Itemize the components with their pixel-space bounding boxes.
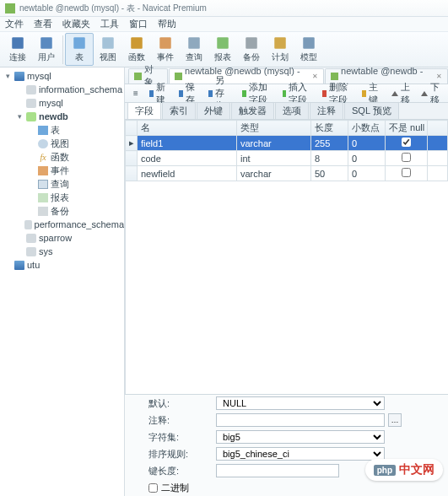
blue-icon [179,90,183,97]
svg-rect-10 [303,37,315,49]
toolbar-label: 备份 [243,51,260,63]
tree-node-performance_schema[interactable]: performance_schema [0,218,124,231]
table-row[interactable]: ▸ field1 varchar 255 0 [126,136,448,151]
cell-name[interactable]: field1 [138,136,237,151]
toolbar-table-icon[interactable]: 表 [65,33,94,66]
schedule-icon [273,35,288,51]
connection-tree[interactable]: ▾mysqlinformation_schemamysql▾newdb表视图fx… [0,67,125,496]
subtab-字段[interactable]: 字段 [127,102,161,119]
toolbar-plug-icon[interactable]: 连接 [3,33,32,66]
table-row[interactable]: code int 8 0 [126,151,448,166]
row-handle[interactable] [126,166,138,181]
prop-comment-input[interactable] [216,413,385,427]
menu-工具[interactable]: 工具 [100,18,119,30]
rp-icon [38,193,48,202]
tree-label: 表 [51,124,60,137]
table-row[interactable]: newfield varchar 50 0 [126,166,448,181]
svg-rect-5 [159,37,171,49]
watermark: php 中文网 [365,459,443,481]
toolbar-fn-icon[interactable]: 函数 [122,33,151,66]
col-type[interactable]: 类型 [237,121,311,136]
notnull-checkbox[interactable] [402,153,411,162]
tree-node-报表[interactable]: 报表 [0,191,124,204]
cell-name[interactable]: newfield [138,166,237,181]
prop-charset-select[interactable]: big5 [216,430,385,444]
fields-grid[interactable]: 名 类型 长度 小数点 不是 null ▸ field1 varchar 255… [125,120,448,394]
col-notnull[interactable]: 不是 null [386,121,428,136]
subtab-SQL 预览[interactable]: SQL 预览 [344,102,399,119]
cell-notnull[interactable] [386,151,428,166]
tree-node-sys[interactable]: sys [0,245,124,258]
col-name[interactable]: 名 [138,121,237,136]
cell-type[interactable]: varchar [237,166,311,181]
designer-subtabs: 字段索引外键触发器选项注释SQL 预览 [125,103,448,120]
col-decimals[interactable]: 小数点 [348,121,386,136]
cell-type[interactable]: int [237,151,311,166]
toolbar-event-icon[interactable]: 事件 [151,33,180,66]
db-icon [26,112,36,121]
cell-notnull[interactable] [386,166,428,181]
row-handle[interactable] [126,151,138,166]
tree-node-utu[interactable]: utu [0,258,124,272]
menu-帮助[interactable]: 帮助 [158,18,176,30]
col-length[interactable]: 长度 [311,121,348,136]
toolbar-model-icon[interactable]: 模型 [294,33,323,66]
tree-node-备份[interactable]: 备份 [0,204,124,218]
menu-收藏夹[interactable]: 收藏夹 [62,18,90,30]
subtab-选项[interactable]: 选项 [275,102,309,119]
subtab-外键[interactable]: 外键 [197,102,230,119]
cell-spacer [428,166,448,181]
toolbar-schedule-icon[interactable]: 计划 [266,33,294,66]
tree-node-mysql[interactable]: mysql [0,96,124,110]
tree-node-事件[interactable]: 事件 [0,164,124,177]
tree-node-视图[interactable]: 视图 [0,137,124,150]
red-icon [322,90,327,97]
prop-binary-checkbox[interactable] [148,483,158,493]
cell-decimals[interactable]: 0 [348,136,386,151]
prop-keylen-input[interactable] [216,464,339,477]
row-handle[interactable]: ▸ [126,136,138,151]
tree-label: 函数 [51,151,69,164]
tree-twisty[interactable]: ▾ [15,112,24,121]
notnull-checkbox[interactable] [402,137,411,147]
prop-default-select[interactable]: NULL [216,396,385,410]
menu-窗口[interactable]: 窗口 [129,18,148,30]
menu-文件[interactable]: 文件 [5,18,24,30]
tree-node-sparrow[interactable]: sparrow [0,231,124,245]
tbl-icon [38,126,48,135]
prop-charset-label: 字符集: [148,431,216,444]
tree-node-函数[interactable]: fx函数 [0,150,124,164]
cell-notnull[interactable] [386,136,428,151]
toolbar-user-icon[interactable]: 用户 [32,33,61,66]
designer-toolbar: ≡ 新建保存另存为添加字段插入字段删除字段主键上移下移 [125,84,448,103]
toolbar-view-icon[interactable]: 视图 [94,33,122,66]
toolbar-backup-icon[interactable]: 备份 [237,33,266,66]
cell-name[interactable]: code [138,151,237,166]
toolbar-query-icon[interactable]: 查询 [180,33,208,66]
grid-empty-space[interactable] [125,181,448,394]
main-toolbar: 连接用户表视图函数事件查询报表备份计划模型 [0,32,448,67]
cell-length[interactable]: 50 [311,166,348,181]
prop-comment-more-button[interactable]: … [388,413,402,427]
subtab-触发器[interactable]: 触发器 [231,102,274,119]
toolbar-report-icon[interactable]: 报表 [208,33,237,66]
tree-label: information_schema [39,84,122,94]
cell-length[interactable]: 255 [311,136,348,151]
subtab-索引[interactable]: 索引 [162,102,196,119]
cell-decimals[interactable]: 0 [348,166,386,181]
menu-查看[interactable]: 查看 [34,18,52,30]
tree-node-information_schema[interactable]: information_schema [0,83,124,96]
cell-length[interactable]: 8 [311,151,348,166]
subtab-注释[interactable]: 注释 [310,102,343,119]
tree-node-查询[interactable]: 查询 [0,177,124,191]
tree-twisty[interactable]: ▾ [3,72,12,80]
prop-collation-select[interactable]: big5_chinese_ci [216,447,385,461]
tree-node-mysql[interactable]: ▾mysql [0,69,124,83]
tree-node-表[interactable]: 表 [0,123,124,137]
cell-decimals[interactable]: 0 [348,151,386,166]
green-icon [242,90,246,97]
notnull-checkbox[interactable] [402,168,411,177]
cell-type[interactable]: varchar [237,136,311,151]
tree-node-newdb[interactable]: ▾newdb [0,110,124,123]
tree-label: sys [39,246,53,256]
